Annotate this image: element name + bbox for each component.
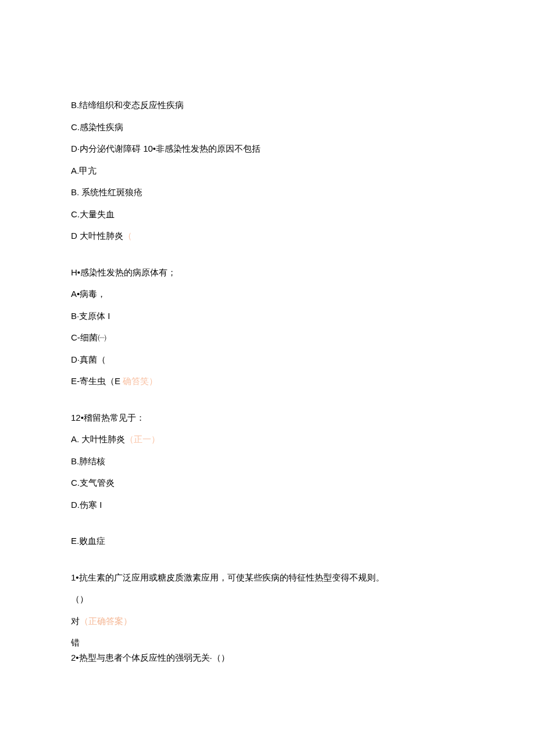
answer-mark: （正一） [125,434,160,444]
question-line: 12•稽留热常见于： [71,411,464,425]
option-line: D.伤寒 I [71,499,464,512]
option-line: E-寄生虫（E 确笞笑） [71,375,464,388]
option-line: B·支原体 I [71,310,464,323]
question-text: 1•抗生素的广泛应用或糖皮质激素应用，可使某些疾病的特征性热型变得不规则。 [71,572,384,582]
option-line: E.败血症 [71,535,464,548]
spacer [71,557,464,571]
option-line: B.肺结核 [71,455,464,468]
option-line: B. 系统性红斑狼疮 [71,186,464,199]
option-text: 错 [71,637,80,647]
option-text: C.感染性疾病 [71,122,123,132]
option-line: B.结缔组织和变态反应性疾病 [71,99,464,112]
paren-text: （） [71,594,88,604]
option-text: E.败血症 [71,536,105,546]
question-line: 2•热型与患者个体反应性的强弱无关·（） [71,651,464,665]
option-text: C.支气管炎 [71,478,115,488]
option-line: A.甲亢 [71,164,464,178]
spacer [71,520,464,535]
option-text: B.结缔组织和变态反应性疾病 [71,100,184,110]
option-text: B. 系统性红斑狼疮 [71,187,142,197]
option-line: 对（正确答案） [71,615,464,628]
question-text: 2•热型与患者个体反应性的强弱无关·（） [71,653,230,662]
spacer [71,397,464,411]
option-text: D.伤寒 I [71,500,102,510]
answer-mark: 确笞笑） [120,376,158,386]
option-text: A•病毒， [71,289,106,299]
option-line: C.大量失血 [71,208,464,221]
option-line: C.支气管炎 [71,476,464,490]
option-text: D 大叶性肺炎 [71,231,123,241]
option-line: C-细菌㈠ [71,331,464,345]
option-line: A. 大叶性肺炎（正一） [71,433,464,446]
question-text: H•感染性发热的病原体有； [71,267,176,277]
option-text: E-寄生虫（E [71,376,120,386]
option-text: B·支原体 I [71,311,110,321]
option-text: B.肺结核 [71,456,105,466]
option-text: 对 [71,616,80,626]
option-text: A.甲亢 [71,166,97,175]
spacer [71,252,464,266]
option-line: A•病毒， [71,288,464,301]
option-text: D·真菌（ [71,354,106,364]
option-line: 错 [71,636,464,650]
document-body: B.结缔组织和变态反应性疾病 C.感染性疾病 D·内分泌代谢障碍 10•非感染性… [71,99,464,664]
option-line: D·真菌（ [71,353,464,367]
paren-line: （） [71,593,464,606]
option-line: C.感染性疾病 [71,121,464,134]
question-line: 1•抗生素的广泛应用或糖皮质激素应用，可使某些疾病的特征性热型变得不规则。 [71,571,464,585]
option-text: D·内分泌代谢障碍 10•非感染性发热的原因不包括 [71,144,261,153]
option-text: A. 大叶性肺炎 [71,434,125,444]
option-text: C.大量失血 [71,209,115,219]
question-text: 12•稽留热常见于： [71,413,145,422]
option-text: C-细菌㈠ [71,332,106,342]
answer-mark: （ [123,231,132,241]
correct-answer-mark: （正确答案） [80,616,132,626]
option-line: D 大叶性肺炎（ [71,230,464,243]
question-line: H•感染性发热的病原体有； [71,266,464,280]
option-line: D·内分泌代谢障碍 10•非感染性发热的原因不包括 [71,142,464,156]
